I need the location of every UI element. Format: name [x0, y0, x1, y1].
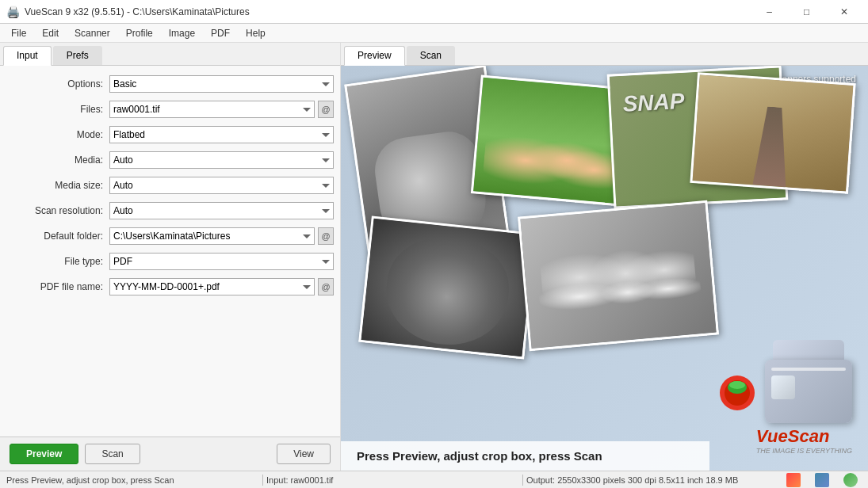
- app-icon: 🖨️: [6, 6, 20, 18]
- photo-kids-bw: [518, 200, 719, 351]
- press-preview-bar: Press Preview, adjust crop box, press Sc…: [341, 441, 709, 471]
- right-panel: Preview Scan more than 3000 scanners sup…: [341, 43, 868, 471]
- maximize-button[interactable]: □: [789, 1, 824, 23]
- options-control: Basic Advanced: [109, 75, 334, 93]
- pdf-filename-label: PDF file name:: [6, 281, 109, 292]
- preview-tab-bar: Preview Scan: [341, 43, 868, 66]
- menu-item-image[interactable]: Image: [161, 26, 203, 40]
- default-folder-label: Default folder:: [6, 231, 109, 242]
- zoom-button[interactable]: [839, 471, 862, 489]
- scan-resolution-control: Auto 150 300 600 1200: [109, 202, 334, 219]
- scan-button[interactable]: Scan: [85, 444, 140, 464]
- pdf-filename-control: YYYY-MM-DD-0001+.pdf @: [109, 278, 334, 295]
- media-select[interactable]: Auto Photo Document: [109, 151, 334, 169]
- mode-control: Flatbed Transparency ADF: [109, 126, 334, 143]
- media-size-control: Auto Letter A4: [109, 177, 334, 194]
- minimize-button[interactable]: –: [751, 1, 787, 23]
- default-folder-select[interactable]: C:\Users\Kaminata\Pictures: [109, 227, 315, 245]
- file-type-row: File type: PDF TIFF JPEG: [6, 253, 334, 270]
- pdf-filename-row: PDF file name: YYYY-MM-DD-0001+.pdf @: [6, 278, 334, 295]
- mode-row: Mode: Flatbed Transparency ADF: [6, 126, 334, 143]
- tab-bar: Input Prefs: [0, 43, 340, 66]
- default-folder-control: C:\Users\Kaminata\Pictures @: [109, 227, 334, 245]
- title-controls: – □ ✕: [751, 1, 862, 23]
- menu-item-scanner[interactable]: Scanner: [67, 26, 118, 40]
- scan-resolution-row: Scan resolution: Auto 150 300 600 1200: [6, 202, 334, 219]
- bottom-bar: Preview Scan View: [0, 437, 340, 471]
- mode-label: Mode:: [6, 129, 109, 140]
- zoom-icon: [843, 473, 858, 487]
- menu-item-file[interactable]: File: [3, 26, 34, 40]
- files-label: Files:: [6, 104, 109, 115]
- menu-item-profile[interactable]: Profile: [118, 26, 161, 40]
- preview-button[interactable]: Preview: [10, 444, 78, 464]
- menu-bar: File Edit Scanner Profile Image PDF Help: [0, 24, 868, 43]
- status-middle: Input: raw0001.tif: [266, 475, 519, 485]
- scanner-device: [765, 344, 860, 423]
- status-right-icons: [782, 471, 862, 489]
- media-control: Auto Photo Document: [109, 151, 334, 169]
- default-folder-row: Default folder: C:\Users\Kaminata\Pictur…: [6, 227, 334, 245]
- status-left: Press Preview, adjust crop box, press Sc…: [6, 475, 259, 485]
- photo-dog: [358, 215, 537, 359]
- tab-preview[interactable]: Preview: [344, 46, 405, 66]
- svg-point-3: [729, 381, 745, 389]
- watermelon-icon: [717, 373, 757, 415]
- form-area: Options: Basic Advanced Files: raw0001.t…: [0, 66, 340, 437]
- status-bar: Press Preview, adjust crop box, press Sc…: [0, 471, 868, 488]
- vuescan-tagline: THE IMAGE IS EVERYTHING: [756, 447, 852, 455]
- rotate-icon: [815, 473, 829, 487]
- options-row: Options: Basic Advanced: [6, 75, 334, 93]
- eiffel-tower: [745, 105, 798, 188]
- pdf-filename-at-button[interactable]: @: [318, 278, 334, 295]
- main-content: Input Prefs Options: Basic Advanced File…: [0, 43, 868, 471]
- default-folder-at-button[interactable]: @: [318, 227, 334, 245]
- view-button[interactable]: View: [277, 444, 331, 464]
- file-type-control: PDF TIFF JPEG: [109, 253, 334, 270]
- close-button[interactable]: ✕: [826, 1, 862, 23]
- options-label: Options:: [6, 78, 109, 90]
- title-left: 🖨️ VueScan 9 x32 (9.5.51) - C:\Users\Kam…: [6, 6, 250, 18]
- menu-item-pdf[interactable]: PDF: [203, 26, 238, 40]
- color-photo-button[interactable]: [782, 471, 805, 489]
- file-type-select[interactable]: PDF TIFF JPEG: [109, 253, 334, 270]
- media-size-select[interactable]: Auto Letter A4: [109, 177, 334, 194]
- files-select[interactable]: raw0001.tif: [109, 101, 315, 118]
- options-select[interactable]: Basic Advanced: [109, 75, 334, 93]
- tab-prefs[interactable]: Prefs: [53, 46, 102, 65]
- menu-item-edit[interactable]: Edit: [34, 26, 67, 40]
- pdf-filename-select[interactable]: YYYY-MM-DD-0001+.pdf: [109, 278, 315, 295]
- rotate-button[interactable]: [811, 471, 833, 489]
- menu-item-help[interactable]: Help: [238, 26, 273, 40]
- preview-image-area: more than 3000 scanners supported SNA: [341, 66, 868, 471]
- vuescan-logo-text: VueScan: [756, 426, 852, 447]
- status-divider-1: [262, 475, 263, 486]
- photo-eiffel: [690, 72, 855, 194]
- tab-input[interactable]: Input: [3, 46, 52, 66]
- status-divider-2: [522, 475, 523, 486]
- color-photo-icon: [786, 473, 801, 487]
- media-size-label: Media size:: [6, 180, 109, 191]
- left-panel: Input Prefs Options: Basic Advanced File…: [0, 43, 341, 471]
- scan-resolution-select[interactable]: Auto 150 300 600 1200: [109, 202, 334, 219]
- status-right-text: Output: 2550x3300 pixels 300 dpi 8.5x11 …: [526, 475, 779, 485]
- media-row: Media: Auto Photo Document: [6, 151, 334, 169]
- files-at-button[interactable]: @: [318, 101, 334, 118]
- tab-scan[interactable]: Scan: [407, 46, 455, 65]
- scanner-body: [765, 360, 852, 423]
- file-type-label: File type:: [6, 256, 109, 267]
- mode-select[interactable]: Flatbed Transparency ADF: [109, 126, 334, 143]
- scan-resolution-label: Scan resolution:: [6, 205, 109, 216]
- title-text: VueScan 9 x32 (9.5.51) - C:\Users\Kamina…: [25, 6, 250, 17]
- files-row: Files: raw0001.tif @: [6, 101, 334, 118]
- media-size-row: Media size: Auto Letter A4: [6, 177, 334, 194]
- files-control: raw0001.tif @: [109, 101, 334, 118]
- snap-text: SNAP: [622, 89, 685, 117]
- collage: more than 3000 scanners supported SNA: [341, 66, 868, 471]
- vuescan-logo: VueScan THE IMAGE IS EVERYTHING: [756, 426, 852, 455]
- press-preview-text: Press Preview, adjust crop box, press Sc…: [357, 449, 602, 463]
- title-bar: 🖨️ VueScan 9 x32 (9.5.51) - C:\Users\Kam…: [0, 0, 868, 24]
- media-label: Media:: [6, 154, 109, 166]
